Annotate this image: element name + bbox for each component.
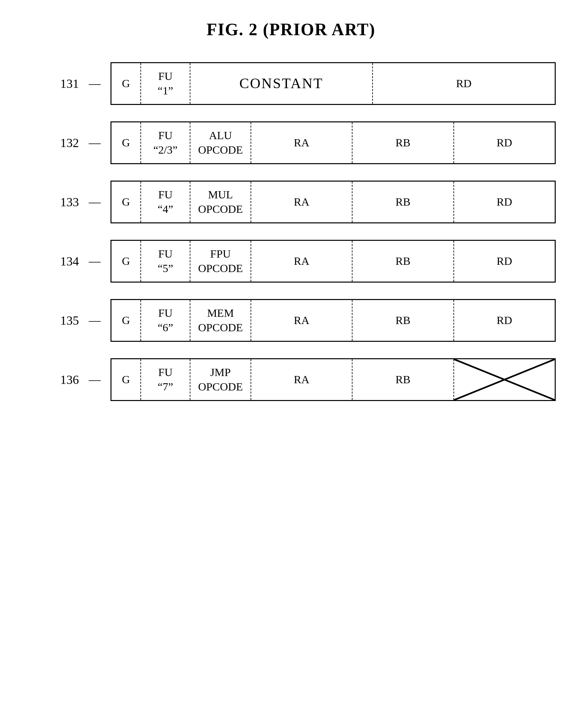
cell-opcode: MEMOPCODE — [190, 300, 251, 341]
cell-ra: RA — [251, 241, 352, 282]
cell-ra: RA — [251, 122, 352, 163]
label-135: 135 — [46, 313, 79, 328]
label-131: 131 — [46, 76, 79, 91]
arrow-133: — — [89, 195, 101, 209]
row-132: 132—GFU“2/3”ALUOPCODERARBRD — [46, 121, 556, 164]
cell-ra: RA — [251, 182, 352, 223]
cell-g: G — [111, 300, 141, 341]
cell-fu: FU“5” — [141, 241, 190, 282]
page-title: FIG. 2 (PRIOR ART) — [207, 20, 375, 39]
cell-fu: FU“7” — [141, 359, 190, 400]
svg-line-0 — [454, 359, 555, 400]
arrow-135: — — [89, 313, 101, 327]
instruction-box-131: GFU“1”CONSTANTRD — [110, 62, 556, 105]
instruction-box-135: GFU“6”MEMOPCODERARBRD — [110, 299, 556, 342]
row-136: 136—GFU“7”JMPOPCODERARB — [46, 358, 556, 401]
cell-rd: RD — [454, 182, 555, 223]
label-133: 133 — [46, 195, 79, 209]
cell-fu: FU“6” — [141, 300, 190, 341]
svg-line-1 — [454, 359, 555, 400]
cell-rd: RD — [454, 241, 555, 282]
cell-g: G — [111, 63, 141, 104]
cell-opcode: FPUOPCODE — [190, 241, 251, 282]
cell-crossed — [454, 359, 555, 400]
arrow-134: — — [89, 254, 101, 268]
cell-fu: FU“2/3” — [141, 122, 190, 163]
instruction-box-133: GFU“4”MULOPCODERARBRD — [110, 181, 556, 224]
cell-opcode: MULOPCODE — [190, 182, 251, 223]
cell-rb: RB — [352, 182, 454, 223]
cell-rb: RB — [352, 241, 454, 282]
cell-g: G — [111, 182, 141, 223]
cell-rd: RD — [454, 122, 555, 163]
cell-opcode: JMPOPCODE — [190, 359, 251, 400]
cell-g: G — [111, 359, 141, 400]
cell-g: G — [111, 241, 141, 282]
instruction-box-134: GFU“5”FPUOPCODERARBRD — [110, 240, 556, 283]
label-134: 134 — [46, 254, 79, 268]
row-135: 135—GFU“6”MEMOPCODERARBRD — [46, 299, 556, 342]
cell-rd: RD — [373, 63, 555, 104]
cell-rb: RB — [352, 359, 454, 400]
row-134: 134—GFU“5”FPUOPCODERARBRD — [46, 240, 556, 283]
row-131: 131—GFU“1”CONSTANTRD — [46, 62, 556, 105]
cell-rb: RB — [352, 300, 454, 341]
arrow-132: — — [89, 136, 101, 150]
cell-opcode: ALUOPCODE — [190, 122, 251, 163]
cell-fu: FU“4” — [141, 182, 190, 223]
arrow-136: — — [89, 373, 101, 387]
label-136: 136 — [46, 372, 79, 387]
instruction-box-136: GFU“7”JMPOPCODERARB — [110, 358, 556, 401]
cell-ra: RA — [251, 300, 352, 341]
cell-g: G — [111, 122, 141, 163]
diagram-container: 131—GFU“1”CONSTANTRD132—GFU“2/3”ALUOPCOD… — [26, 62, 556, 401]
cell-rb: RB — [352, 122, 454, 163]
cell-ra: RA — [251, 359, 352, 400]
cell-constant: CONSTANT — [190, 63, 373, 104]
row-133: 133—GFU“4”MULOPCODERARBRD — [46, 181, 556, 224]
cell-fu: FU“1” — [141, 63, 190, 104]
arrow-131: — — [89, 77, 101, 90]
label-132: 132 — [46, 135, 79, 150]
cell-rd: RD — [454, 300, 555, 341]
instruction-box-132: GFU“2/3”ALUOPCODERARBRD — [110, 121, 556, 164]
